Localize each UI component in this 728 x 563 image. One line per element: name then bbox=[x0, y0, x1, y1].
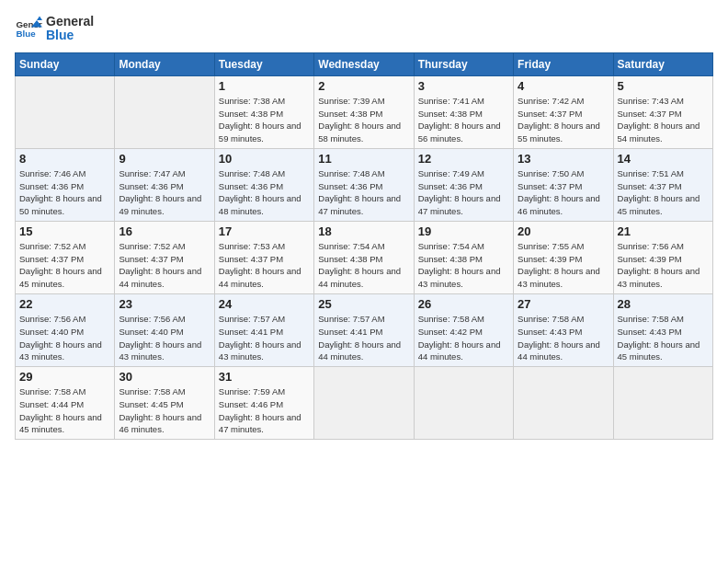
day-info: Sunrise: 7:57 AMSunset: 4:41 PMDaylight:… bbox=[219, 313, 310, 363]
day-number: 12 bbox=[418, 152, 509, 166]
calendar-cell: 3Sunrise: 7:41 AMSunset: 4:38 PMDaylight… bbox=[414, 75, 513, 148]
day-number: 21 bbox=[618, 224, 709, 238]
day-info: Sunrise: 7:46 AMSunset: 4:36 PMDaylight:… bbox=[19, 167, 110, 218]
calendar-cell: 23Sunrise: 7:56 AMSunset: 4:40 PMDayligh… bbox=[115, 293, 214, 366]
day-number: 2 bbox=[318, 79, 409, 93]
calendar-cell: 10Sunrise: 7:48 AMSunset: 4:36 PMDayligh… bbox=[214, 148, 313, 221]
day-number: 5 bbox=[618, 79, 709, 93]
day-info: Sunrise: 7:52 AMSunset: 4:37 PMDaylight:… bbox=[119, 240, 210, 291]
day-info: Sunrise: 7:56 AMSunset: 4:40 PMDaylight:… bbox=[119, 313, 210, 363]
day-info: Sunrise: 7:39 AMSunset: 4:38 PMDaylight:… bbox=[318, 95, 409, 145]
day-info: Sunrise: 7:58 AMSunset: 4:45 PMDaylight:… bbox=[119, 385, 210, 436]
day-number: 17 bbox=[219, 224, 310, 238]
day-info: Sunrise: 7:58 AMSunset: 4:43 PMDaylight:… bbox=[618, 313, 709, 363]
day-info: Sunrise: 7:53 AMSunset: 4:37 PMDaylight:… bbox=[219, 240, 310, 291]
page: General Blue General Blue SundayMondayTu… bbox=[0, 0, 728, 563]
day-number: 19 bbox=[418, 224, 509, 238]
calendar-cell: 18Sunrise: 7:54 AMSunset: 4:38 PMDayligh… bbox=[314, 221, 414, 293]
calendar-cell: 31Sunrise: 7:59 AMSunset: 4:46 PMDayligh… bbox=[214, 367, 313, 440]
calendar-cell: 24Sunrise: 7:57 AMSunset: 4:41 PMDayligh… bbox=[214, 293, 313, 366]
calendar-cell: 20Sunrise: 7:55 AMSunset: 4:39 PMDayligh… bbox=[514, 221, 613, 293]
day-info: Sunrise: 7:55 AMSunset: 4:39 PMDaylight:… bbox=[518, 240, 609, 291]
day-info: Sunrise: 7:58 AMSunset: 4:43 PMDaylight:… bbox=[518, 313, 609, 363]
svg-text:Blue: Blue bbox=[17, 29, 37, 39]
day-number: 1 bbox=[219, 79, 310, 93]
week-row-3: 15Sunrise: 7:52 AMSunset: 4:37 PMDayligh… bbox=[16, 221, 713, 293]
week-row-1: 1Sunrise: 7:38 AMSunset: 4:38 PMDaylight… bbox=[16, 75, 713, 148]
calendar-cell: 30Sunrise: 7:58 AMSunset: 4:45 PMDayligh… bbox=[115, 367, 214, 440]
day-info: Sunrise: 7:43 AMSunset: 4:37 PMDaylight:… bbox=[618, 95, 709, 145]
calendar-cell: 1Sunrise: 7:38 AMSunset: 4:38 PMDaylight… bbox=[214, 75, 313, 148]
logo: General Blue General Blue bbox=[15, 15, 94, 43]
header: General Blue General Blue bbox=[15, 15, 713, 43]
day-info: Sunrise: 7:58 AMSunset: 4:44 PMDaylight:… bbox=[19, 385, 110, 436]
day-number: 4 bbox=[518, 79, 609, 93]
day-info: Sunrise: 7:58 AMSunset: 4:42 PMDaylight:… bbox=[418, 313, 509, 363]
calendar-cell: 14Sunrise: 7:51 AMSunset: 4:37 PMDayligh… bbox=[613, 148, 712, 221]
day-info: Sunrise: 7:49 AMSunset: 4:36 PMDaylight:… bbox=[418, 167, 509, 218]
calendar-cell: 28Sunrise: 7:58 AMSunset: 4:43 PMDayligh… bbox=[613, 293, 712, 366]
col-header-saturday: Saturday bbox=[613, 52, 712, 75]
day-number: 14 bbox=[618, 152, 709, 166]
calendar-cell: 12Sunrise: 7:49 AMSunset: 4:36 PMDayligh… bbox=[414, 148, 513, 221]
day-info: Sunrise: 7:52 AMSunset: 4:37 PMDaylight:… bbox=[19, 240, 110, 291]
day-number: 27 bbox=[518, 297, 609, 311]
calendar-cell bbox=[613, 367, 712, 440]
day-info: Sunrise: 7:48 AMSunset: 4:36 PMDaylight:… bbox=[318, 167, 409, 218]
calendar-cell: 27Sunrise: 7:58 AMSunset: 4:43 PMDayligh… bbox=[514, 293, 613, 366]
day-number: 23 bbox=[119, 297, 210, 311]
calendar-table: SundayMondayTuesdayWednesdayThursdayFrid… bbox=[15, 52, 713, 440]
day-number: 15 bbox=[19, 224, 110, 238]
day-number: 22 bbox=[19, 297, 110, 311]
day-number: 9 bbox=[119, 152, 210, 166]
col-header-wednesday: Wednesday bbox=[314, 52, 414, 75]
calendar-cell: 26Sunrise: 7:58 AMSunset: 4:42 PMDayligh… bbox=[414, 293, 513, 366]
day-info: Sunrise: 7:56 AMSunset: 4:39 PMDaylight:… bbox=[618, 240, 709, 291]
day-number: 28 bbox=[618, 297, 709, 311]
calendar-cell: 9Sunrise: 7:47 AMSunset: 4:36 PMDaylight… bbox=[115, 148, 214, 221]
day-info: Sunrise: 7:48 AMSunset: 4:36 PMDaylight:… bbox=[219, 167, 310, 218]
day-info: Sunrise: 7:41 AMSunset: 4:38 PMDaylight:… bbox=[418, 95, 509, 145]
day-number: 3 bbox=[418, 79, 509, 93]
day-info: Sunrise: 7:51 AMSunset: 4:37 PMDaylight:… bbox=[618, 167, 709, 218]
day-number: 20 bbox=[518, 224, 609, 238]
day-number: 11 bbox=[318, 152, 409, 166]
calendar-cell: 13Sunrise: 7:50 AMSunset: 4:37 PMDayligh… bbox=[514, 148, 613, 221]
calendar-cell: 21Sunrise: 7:56 AMSunset: 4:39 PMDayligh… bbox=[613, 221, 712, 293]
week-row-4: 22Sunrise: 7:56 AMSunset: 4:40 PMDayligh… bbox=[16, 293, 713, 366]
calendar-cell: 4Sunrise: 7:42 AMSunset: 4:37 PMDaylight… bbox=[514, 75, 613, 148]
calendar-cell: 2Sunrise: 7:39 AMSunset: 4:38 PMDaylight… bbox=[314, 75, 414, 148]
day-number: 8 bbox=[19, 152, 110, 166]
day-info: Sunrise: 7:50 AMSunset: 4:37 PMDaylight:… bbox=[518, 167, 609, 218]
day-info: Sunrise: 7:57 AMSunset: 4:41 PMDaylight:… bbox=[318, 313, 409, 363]
col-header-tuesday: Tuesday bbox=[214, 52, 313, 75]
day-info: Sunrise: 7:42 AMSunset: 4:37 PMDaylight:… bbox=[518, 95, 609, 145]
calendar-cell: 11Sunrise: 7:48 AMSunset: 4:36 PMDayligh… bbox=[314, 148, 414, 221]
calendar-cell: 29Sunrise: 7:58 AMSunset: 4:44 PMDayligh… bbox=[16, 367, 115, 440]
calendar-cell bbox=[414, 367, 513, 440]
day-number: 10 bbox=[219, 152, 310, 166]
col-header-friday: Friday bbox=[514, 52, 613, 75]
day-number: 25 bbox=[318, 297, 409, 311]
calendar-cell bbox=[314, 367, 414, 440]
week-row-2: 8Sunrise: 7:46 AMSunset: 4:36 PMDaylight… bbox=[16, 148, 713, 221]
day-info: Sunrise: 7:54 AMSunset: 4:38 PMDaylight:… bbox=[418, 240, 509, 291]
day-number: 30 bbox=[119, 370, 210, 384]
calendar-cell: 25Sunrise: 7:57 AMSunset: 4:41 PMDayligh… bbox=[314, 293, 414, 366]
day-number: 24 bbox=[219, 297, 310, 311]
day-number: 29 bbox=[19, 370, 110, 384]
day-info: Sunrise: 7:54 AMSunset: 4:38 PMDaylight:… bbox=[318, 240, 409, 291]
calendar-cell: 17Sunrise: 7:53 AMSunset: 4:37 PMDayligh… bbox=[214, 221, 313, 293]
day-number: 31 bbox=[219, 370, 310, 384]
header-row: SundayMondayTuesdayWednesdayThursdayFrid… bbox=[16, 52, 713, 75]
day-info: Sunrise: 7:56 AMSunset: 4:40 PMDaylight:… bbox=[19, 313, 110, 363]
day-info: Sunrise: 7:59 AMSunset: 4:46 PMDaylight:… bbox=[219, 385, 310, 436]
calendar-cell: 15Sunrise: 7:52 AMSunset: 4:37 PMDayligh… bbox=[16, 221, 115, 293]
week-row-5: 29Sunrise: 7:58 AMSunset: 4:44 PMDayligh… bbox=[16, 367, 713, 440]
day-info: Sunrise: 7:47 AMSunset: 4:36 PMDaylight:… bbox=[119, 167, 210, 218]
col-header-thursday: Thursday bbox=[414, 52, 513, 75]
calendar-cell bbox=[16, 75, 115, 148]
calendar-cell bbox=[115, 75, 214, 148]
calendar-cell: 19Sunrise: 7:54 AMSunset: 4:38 PMDayligh… bbox=[414, 221, 513, 293]
calendar-cell: 16Sunrise: 7:52 AMSunset: 4:37 PMDayligh… bbox=[115, 221, 214, 293]
